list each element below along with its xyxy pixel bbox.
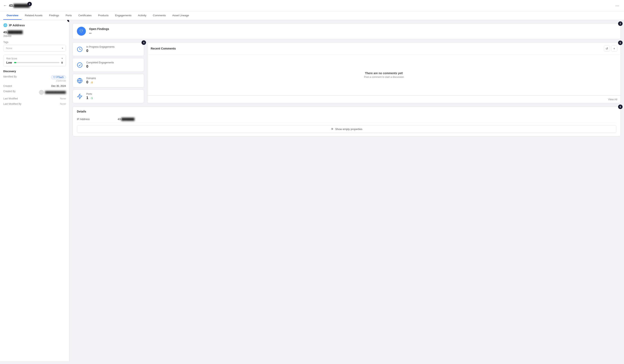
open-findings-value: -- xyxy=(89,31,109,35)
shield-findings-icon: 🛡 xyxy=(77,27,86,36)
view-all-button[interactable]: View All xyxy=(608,98,617,101)
last-modified-by-row: Last Modified By None xyxy=(3,102,66,105)
tab-asset-lineage[interactable]: Asset Lineage xyxy=(169,11,192,20)
tags-label: Tags xyxy=(3,41,66,44)
optional-label: (Optional) xyxy=(56,79,66,82)
nav-tabs: Overview Related Assets Findings Ports C… xyxy=(0,11,624,20)
add-comment-button[interactable]: + xyxy=(611,46,617,51)
tab-engagements[interactable]: Engagements xyxy=(112,11,135,20)
risk-score-row: Low 0 xyxy=(6,61,63,64)
in-progress-value: 0 xyxy=(86,49,115,53)
completed-title: Completed Engagements xyxy=(86,61,114,64)
engagements-col: 4 In Progress Engagements 0 xyxy=(73,42,144,103)
comments-actions: ↺ + xyxy=(604,46,617,51)
last-modified-key: Last Modified xyxy=(3,97,24,100)
ports-count: 1 xyxy=(86,96,88,100)
risk-score-chevron[interactable]: ▾ xyxy=(62,57,63,60)
back-button[interactable]: ← xyxy=(3,3,7,8)
in-progress-engagements-card: In Progress Engagements 0 xyxy=(73,42,144,56)
ip-address-section-title: IP Address xyxy=(9,24,25,27)
no-comments-sub: Post a comment to start a discussion xyxy=(364,76,404,78)
details-title: Details xyxy=(77,110,617,113)
ip-id: 356499 xyxy=(3,35,66,38)
tab-certificates[interactable]: Certificates xyxy=(75,11,95,20)
details-card: 6 Details IP Address 43.███████ 👁 Show e… xyxy=(73,106,621,136)
risk-score-header: Risk Score ▾ xyxy=(6,57,63,60)
domains-count: 0 xyxy=(86,80,88,84)
ports-trend: ↑1 xyxy=(90,97,93,100)
tab-comments[interactable]: Comments xyxy=(150,11,169,20)
chevron-down-icon: ▾ xyxy=(62,47,63,50)
more-button[interactable]: ⋯ xyxy=(614,3,621,9)
tab-related-assets[interactable]: Related Assets xyxy=(22,11,46,20)
created-by-row: Created By ████████████ xyxy=(3,90,66,95)
risk-progress-fill xyxy=(14,62,16,63)
comments-header: Recent Comments ↺ + xyxy=(147,43,621,55)
details-ip-row: IP Address 43.███████ xyxy=(77,116,617,122)
domains-title: Domains xyxy=(86,77,96,80)
last-modified-row: Last Modified None xyxy=(3,97,66,100)
tab-ports[interactable]: Ports xyxy=(62,11,75,20)
shield-icon: 🛡 xyxy=(53,76,56,79)
tab-overview[interactable]: Overview xyxy=(3,11,22,20)
comments-footer: View All xyxy=(147,95,621,103)
created-value: Dec 30, 2024 xyxy=(52,85,66,87)
details-ip-value: 43.███████ xyxy=(118,118,135,121)
ports-title: Ports xyxy=(86,93,93,95)
tab-products[interactable]: Products xyxy=(95,11,112,20)
main-layout: 2 🌐 IP Address 43.███████ 356499 Tags No… xyxy=(0,20,624,361)
content-area: 3 🛡 Open Findings -- 4 xyxy=(69,20,624,361)
refresh-button[interactable]: ↺ xyxy=(604,46,610,51)
in-progress-title: In Progress Engagements xyxy=(86,46,115,48)
comments-col: 5 Recent Comments ↺ + There are no comme… xyxy=(147,42,621,103)
ptaas-badge: 🛡 PTaaS xyxy=(51,75,66,79)
in-progress-icon xyxy=(76,46,83,53)
page-title: 43.███████ xyxy=(9,4,30,7)
last-modified-by-value: None xyxy=(60,102,66,105)
badge-1: 1 xyxy=(27,2,32,6)
title-wrapper: 43.███████ 1 xyxy=(9,4,30,7)
last-modified-value: None xyxy=(60,97,66,100)
domains-text: Domains 0 ↓0 xyxy=(86,77,96,84)
ports-text: Ports 1 ↑1 xyxy=(86,93,93,100)
created-by-key: Created By xyxy=(3,90,24,93)
risk-score-box: Risk Score ▾ Low 0 xyxy=(3,55,66,67)
ports-value: 1 ↑1 xyxy=(86,96,93,100)
completed-icon xyxy=(76,61,83,69)
page-title-text: 43. xyxy=(9,4,13,7)
comments-body: There are no comments yet! Post a commen… xyxy=(147,55,621,95)
risk-score-label: Risk Score xyxy=(6,57,17,60)
created-key: Created xyxy=(3,85,24,87)
last-modified-by-key: Last Modified By xyxy=(3,102,24,105)
globe-icon: 🌐 xyxy=(3,23,7,27)
top-bar: ← 43.███████ 1 ⋯ xyxy=(0,0,624,11)
identified-by-row: Identified By 🛡 PTaaS (Optional) xyxy=(3,75,66,82)
completed-text: Completed Engagements 0 xyxy=(86,61,114,69)
completed-value: 0 xyxy=(86,64,114,69)
tags-placeholder: None xyxy=(6,47,12,50)
ip-value: 43.███████ xyxy=(3,30,66,34)
tab-findings[interactable]: Findings xyxy=(46,11,62,20)
tags-select[interactable]: None ▾ xyxy=(3,45,66,51)
details-ip-blurred: ███████ xyxy=(121,118,134,121)
tab-activity[interactable]: Activity xyxy=(135,11,150,20)
domains-icon xyxy=(76,77,83,84)
findings-text: Open Findings -- xyxy=(89,27,109,35)
ip-value-text: 43. xyxy=(3,30,7,34)
sidebar: 2 🌐 IP Address 43.███████ 356499 Tags No… xyxy=(0,20,69,361)
created-by-inner: ████████████ xyxy=(39,90,66,95)
domains-card: Domains 0 ↓0 xyxy=(73,74,144,87)
svg-marker-2 xyxy=(78,94,82,99)
open-findings-title: Open Findings xyxy=(89,27,109,31)
risk-value: 0 xyxy=(61,61,63,64)
created-by-value: ████████████ xyxy=(39,90,66,95)
ports-card: Ports 1 ↑1 xyxy=(73,90,144,103)
comments-title: Recent Comments xyxy=(151,47,176,50)
eye-icon: 👁 xyxy=(331,128,334,131)
completed-engagements-card: Completed Engagements 0 xyxy=(73,58,144,72)
sidebar-title: 🌐 IP Address xyxy=(3,23,66,27)
show-empty-properties-button[interactable]: 👁 Show empty properties xyxy=(77,125,617,133)
avatar xyxy=(39,90,44,95)
discovery-header: Discovery xyxy=(3,70,66,73)
badge-3: 3 xyxy=(618,21,623,26)
